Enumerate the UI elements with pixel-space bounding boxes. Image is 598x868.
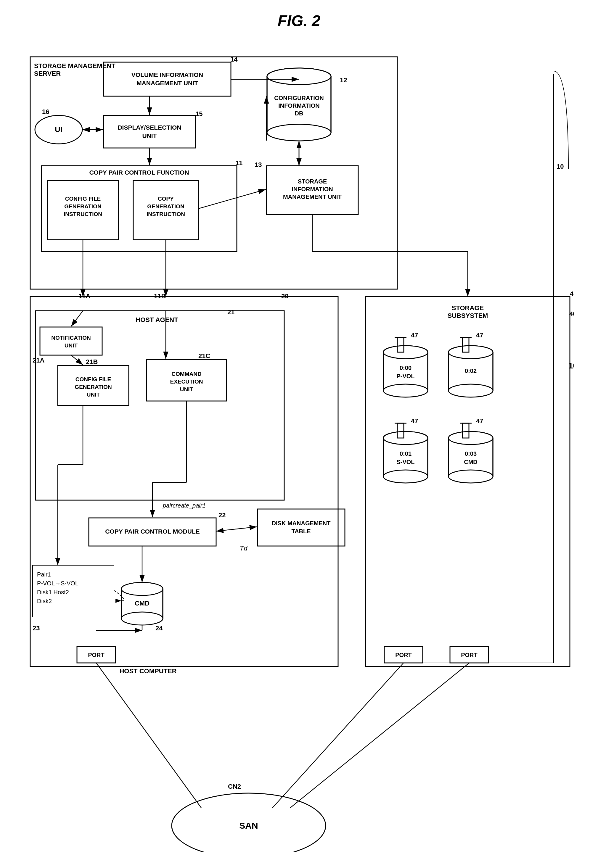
svg-rect-53 (257, 509, 345, 546)
svg-text:PORT: PORT (395, 652, 412, 658)
svg-rect-113 (384, 647, 423, 663)
svg-text:STORAGE: STORAGE (298, 178, 327, 185)
svg-text:HOST COMPUTER: HOST COMPUTER (119, 667, 176, 675)
svg-rect-68 (77, 647, 115, 663)
svg-rect-40 (40, 327, 102, 355)
svg-text:UI: UI (55, 125, 63, 134)
svg-point-93 (383, 431, 428, 444)
svg-rect-6 (104, 62, 231, 96)
svg-text:NOTIFICATION: NOTIFICATION (51, 335, 91, 341)
svg-text:VOLUME INFORMATION: VOLUME INFORMATION (132, 71, 203, 78)
svg-text:47: 47 (476, 417, 483, 425)
svg-text:20: 20 (281, 292, 289, 300)
svg-text:CN2: CN2 (228, 783, 241, 790)
svg-text:CONFIG FILE: CONFIG FILE (65, 195, 101, 202)
svg-text:21B: 21B (86, 358, 98, 365)
svg-text:0:03: 0:03 (465, 450, 477, 457)
svg-point-66 (121, 582, 163, 595)
svg-text:21: 21 (227, 309, 235, 316)
svg-rect-71 (366, 297, 570, 667)
svg-text:P-VOL→S-VOL: P-VOL→S-VOL (37, 580, 78, 586)
svg-text:22: 22 (218, 512, 226, 519)
svg-text:DB: DB (295, 110, 303, 116)
svg-text:CONFIGURATION: CONFIGURATION (274, 95, 324, 101)
svg-point-32 (267, 124, 331, 141)
svg-text:Disk1    Host2: Disk1 Host2 (37, 589, 69, 595)
svg-rect-38 (36, 311, 284, 500)
svg-rect-82 (397, 337, 404, 352)
svg-text:P-VOL: P-VOL (396, 373, 414, 379)
svg-text:21C: 21C (198, 352, 210, 359)
svg-rect-75 (383, 352, 428, 391)
svg-line-158 (71, 311, 83, 327)
svg-text:Td: Td (240, 544, 248, 552)
svg-text:47: 47 (411, 331, 418, 339)
svg-point-61 (121, 582, 163, 595)
svg-point-12 (35, 115, 82, 144)
svg-text:GENERATION: GENERATION (64, 203, 101, 210)
svg-text:MANAGEMENT UNIT: MANAGEMENT UNIT (283, 194, 342, 200)
svg-text:24: 24 (155, 625, 163, 632)
svg-text:0:02: 0:02 (465, 368, 477, 374)
svg-point-107 (448, 470, 493, 483)
svg-text:PORT: PORT (88, 652, 105, 658)
svg-text:UNIT: UNIT (87, 392, 100, 398)
svg-point-117 (172, 793, 326, 852)
svg-rect-85 (448, 352, 493, 391)
svg-text:14: 14 (230, 56, 238, 63)
svg-text:paircreate_pair1: paircreate_pair1 (163, 502, 206, 509)
svg-text:16: 16 (42, 108, 49, 115)
svg-text:TABLE: TABLE (291, 528, 311, 534)
svg-point-79 (383, 346, 428, 359)
svg-text:INSTRUCTION: INSTRUCTION (147, 211, 185, 217)
svg-line-172 (272, 663, 404, 808)
svg-text:0:00: 0:00 (400, 365, 411, 371)
svg-rect-47 (147, 359, 226, 401)
svg-text:STORAGE MANAGEMENT: STORAGE MANAGEMENT (34, 62, 115, 70)
svg-text:INFORMATION: INFORMATION (278, 102, 320, 109)
svg-text:SAN: SAN (239, 821, 258, 831)
svg-rect-20 (133, 180, 198, 240)
svg-text:Disk2: Disk2 (37, 598, 52, 604)
svg-rect-91 (462, 337, 469, 352)
svg-text:10: 10 (568, 361, 574, 370)
svg-rect-104 (448, 438, 493, 476)
svg-text:40: 40 (570, 290, 574, 297)
svg-text:23: 23 (33, 625, 40, 632)
svg-rect-62 (121, 589, 163, 619)
svg-rect-115 (450, 647, 489, 663)
svg-text:47: 47 (476, 331, 483, 339)
arrows-svg: STORAGE MANAGEMENT SERVER VOLUME INFORMA… (24, 39, 574, 852)
svg-line-157 (71, 355, 83, 365)
svg-rect-56 (33, 565, 114, 617)
svg-text:COMMAND: COMMAND (171, 371, 201, 377)
svg-rect-16 (47, 180, 118, 240)
svg-rect-94 (383, 438, 428, 476)
diagram: STORAGE MANAGEMENT SERVER VOLUME INFORMA… (24, 39, 574, 852)
svg-text:12: 12 (340, 76, 347, 84)
svg-text:STORAGE: STORAGE (452, 304, 484, 312)
svg-point-88 (448, 384, 493, 397)
svg-point-89 (448, 346, 493, 359)
svg-text:PORT: PORT (461, 652, 477, 658)
svg-text:15: 15 (195, 110, 202, 118)
svg-text:UNIT: UNIT (142, 132, 157, 139)
svg-text:INSTRUCTION: INSTRUCTION (64, 211, 102, 217)
svg-line-147 (198, 189, 266, 209)
svg-text:COPY PAIR CONTROL FUNCTION: COPY PAIR CONTROL FUNCTION (89, 169, 189, 176)
svg-text:MANAGEMENT UNIT: MANAGEMENT UNIT (136, 80, 198, 87)
svg-text:GENERATION: GENERATION (147, 203, 184, 210)
svg-point-78 (383, 384, 428, 397)
svg-text:GENERATION: GENERATION (75, 384, 112, 390)
svg-text:21A: 21A (33, 356, 45, 364)
svg-text:10: 10 (556, 163, 564, 170)
svg-rect-24 (266, 166, 358, 215)
svg-text:11A: 11A (78, 292, 90, 300)
page-title: FIG. 2 (0, 0, 598, 39)
svg-text:DISK MANAGEMENT: DISK MANAGEMENT (272, 520, 331, 526)
svg-text:DISPLAY/SELECTION: DISPLAY/SELECTION (118, 124, 181, 131)
svg-text:S-VOL: S-VOL (396, 459, 414, 465)
svg-point-65 (121, 612, 163, 625)
svg-rect-14 (42, 166, 237, 252)
svg-rect-101 (397, 423, 404, 438)
